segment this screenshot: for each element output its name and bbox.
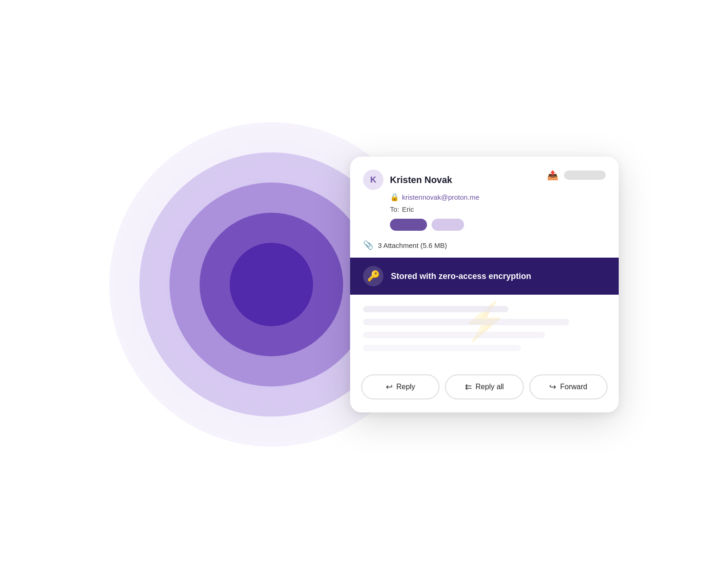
encryption-text: Stored with zero-access encryption (391, 272, 531, 281)
lock-icon: 🔒 (390, 193, 399, 202)
to-recipient: Eric (402, 205, 414, 213)
reply-all-icon: ⇇ (465, 382, 472, 392)
reply-label: Reply (396, 383, 415, 391)
circle-inner (230, 243, 313, 326)
forward-button[interactable]: ↪ Forward (529, 374, 608, 399)
sender-name: Kristen Novak (390, 175, 452, 185)
header-icons: 📤 (547, 170, 606, 181)
content-line-3 (363, 332, 545, 338)
reply-all-label: Reply all (476, 383, 504, 391)
content-line-4 (363, 345, 521, 351)
reply-icon: ↩ (386, 382, 393, 392)
header-placeholder (564, 171, 606, 180)
to-row: To: Eric (390, 205, 606, 213)
content-area: ⚡ (350, 295, 619, 367)
forward-label: Forward (560, 383, 587, 391)
reply-all-button[interactable]: ⇇ Reply all (445, 374, 523, 399)
inbox-icon: 📤 (547, 170, 559, 181)
forward-icon: ↪ (549, 382, 556, 392)
content-line-2 (363, 319, 569, 325)
tag-filled (390, 219, 427, 231)
email-address-row: 🔒 kristennovak@proton.me (390, 193, 606, 202)
key-icon: 🔑 (367, 270, 380, 282)
tag-outline (432, 219, 464, 231)
key-icon-circle: 🔑 (363, 266, 383, 286)
scene: K Kristen Novak 📤 🔒 kristennovak@proton.… (109, 53, 619, 516)
tags-row (390, 219, 606, 231)
reply-button[interactable]: ↩ Reply (361, 374, 439, 399)
actions-row: ↩ Reply ⇇ Reply all ↪ Forward (350, 367, 619, 412)
email-address: kristennovak@proton.me (402, 193, 479, 201)
paperclip-icon: 📎 (363, 240, 373, 250)
to-label: To: (390, 205, 399, 213)
content-line-1 (363, 306, 508, 312)
avatar: K (363, 170, 383, 190)
email-card: K Kristen Novak 📤 🔒 kristennovak@proton.… (350, 157, 619, 412)
encryption-banner: 🔑 Stored with zero-access encryption (350, 258, 619, 295)
attachment-row: 📎 3 Attachment (5.6 MB) (350, 240, 619, 250)
card-header: K Kristen Novak 📤 🔒 kristennovak@proton.… (350, 157, 619, 231)
sender-row: K Kristen Novak 📤 (363, 170, 606, 190)
sender-left: K Kristen Novak (363, 170, 452, 190)
attachment-text: 3 Attachment (5.6 MB) (378, 241, 447, 249)
